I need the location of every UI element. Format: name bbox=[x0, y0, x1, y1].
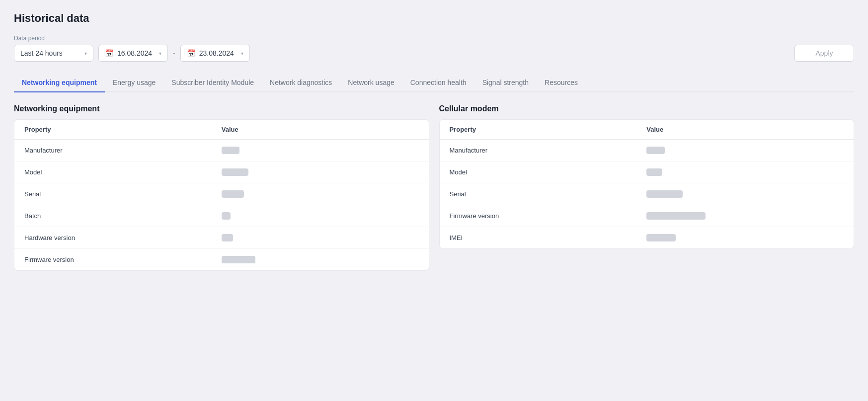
networking-equipment-section: Networking equipment Property Value Manu… bbox=[14, 104, 429, 271]
ne-firmware-version-label: Firmware version bbox=[24, 256, 222, 263]
calendar-from-icon: 📅 bbox=[105, 49, 113, 57]
cm-firmware-version-label: Firmware version bbox=[450, 212, 647, 220]
networking-equipment-title: Networking equipment bbox=[14, 104, 429, 113]
ne-col-property: Property bbox=[24, 126, 222, 133]
apply-button[interactable]: Apply bbox=[794, 45, 854, 62]
date-from-chevron-icon: ▾ bbox=[159, 51, 161, 56]
table-row: Serial •••••••••••••••• bbox=[440, 183, 854, 205]
table-row: Serial •••••••••• bbox=[14, 183, 429, 205]
ne-batch-label: Batch bbox=[24, 212, 222, 220]
period-dropdown-chevron-icon: ▾ bbox=[84, 51, 87, 56]
tables-container: Networking equipment Property Value Manu… bbox=[14, 104, 854, 271]
tab-network-usage[interactable]: Network usage bbox=[340, 74, 402, 92]
tab-resources[interactable]: Resources bbox=[537, 74, 586, 92]
date-from-value: 16.08.2024 bbox=[117, 49, 152, 57]
cm-serial-value: •••••••••••••••• bbox=[646, 190, 844, 198]
ne-model-label: Model bbox=[24, 168, 222, 176]
tab-networking-equipment[interactable]: Networking equipment bbox=[14, 74, 105, 92]
table-row: Manufacturer •••••••• bbox=[14, 140, 429, 161]
cm-manufacturer-label: Manufacturer bbox=[450, 147, 647, 154]
table-row: Firmware version •••••••••••••••••••••••… bbox=[440, 205, 854, 227]
tab-subscriber-identity-module[interactable]: Subscriber Identity Module bbox=[163, 74, 262, 92]
ne-serial-value: •••••••••• bbox=[222, 190, 419, 198]
cm-imei-value: ••••••••••••• bbox=[646, 234, 844, 241]
tab-signal-strength[interactable]: Signal strength bbox=[474, 74, 537, 92]
cellular-modem-title: Cellular modem bbox=[439, 104, 855, 113]
cm-model-value: ••••••• bbox=[646, 168, 844, 176]
date-from-picker[interactable]: 📅 16.08.2024 ▾ bbox=[98, 45, 168, 62]
table-row: IMEI ••••••••••••• bbox=[440, 227, 854, 248]
cm-model-label: Model bbox=[450, 168, 647, 176]
cm-col-property: Property bbox=[450, 126, 647, 133]
ne-firmware-version-value: ••••••••••••••• bbox=[222, 256, 419, 263]
date-to-value: 23.08.2024 bbox=[199, 49, 234, 57]
ne-serial-label: Serial bbox=[24, 190, 222, 198]
date-to-chevron-icon: ▾ bbox=[241, 51, 243, 56]
date-separator: - bbox=[173, 49, 175, 57]
date-to-picker[interactable]: 📅 23.08.2024 ▾ bbox=[180, 45, 250, 62]
tab-network-diagnostics[interactable]: Network diagnostics bbox=[262, 74, 340, 92]
ne-manufacturer-value: •••••••• bbox=[222, 147, 419, 154]
calendar-to-icon: 📅 bbox=[187, 49, 195, 57]
cm-col-value: Value bbox=[646, 126, 844, 133]
cm-imei-label: IMEI bbox=[450, 234, 647, 241]
tab-connection-health[interactable]: Connection health bbox=[402, 74, 474, 92]
controls-row: Last 24 hours ▾ 📅 16.08.2024 ▾ - 📅 23.08… bbox=[14, 45, 854, 62]
cm-serial-label: Serial bbox=[450, 190, 647, 198]
ne-batch-value: •••• bbox=[222, 212, 419, 220]
table-row: Model •••••••••••• bbox=[14, 161, 429, 183]
period-dropdown-value: Last 24 hours bbox=[20, 49, 63, 57]
networking-equipment-table-header: Property Value bbox=[14, 120, 429, 140]
table-row: Model ••••••• bbox=[440, 161, 854, 183]
table-row: Firmware version ••••••••••••••• bbox=[14, 249, 429, 270]
table-row: Batch •••• bbox=[14, 205, 429, 227]
tab-energy-usage[interactable]: Energy usage bbox=[105, 74, 163, 92]
ne-hardware-version-value: ••••• bbox=[222, 234, 419, 241]
ne-hardware-version-label: Hardware version bbox=[24, 234, 222, 241]
ne-manufacturer-label: Manufacturer bbox=[24, 147, 222, 154]
cellular-modem-table-header: Property Value bbox=[440, 120, 854, 140]
table-row: Manufacturer •••••••• bbox=[440, 140, 854, 161]
cellular-modem-section: Cellular modem Property Value Manufactur… bbox=[439, 104, 855, 271]
cellular-modem-table: Property Value Manufacturer •••••••• Mod… bbox=[439, 119, 855, 249]
ne-col-value: Value bbox=[222, 126, 419, 133]
table-row: Hardware version ••••• bbox=[14, 227, 429, 249]
cm-firmware-version-value: •••••••••••••••••••••••••• bbox=[646, 212, 844, 220]
data-period-label: Data period bbox=[14, 35, 854, 42]
tabs-container: Networking equipment Energy usage Subscr… bbox=[14, 74, 854, 92]
networking-equipment-table: Property Value Manufacturer •••••••• Mod… bbox=[14, 119, 429, 271]
period-dropdown[interactable]: Last 24 hours ▾ bbox=[14, 45, 93, 62]
page-title: Historical data bbox=[14, 12, 854, 25]
cm-manufacturer-value: •••••••• bbox=[646, 147, 844, 154]
ne-model-value: •••••••••••• bbox=[222, 168, 419, 176]
